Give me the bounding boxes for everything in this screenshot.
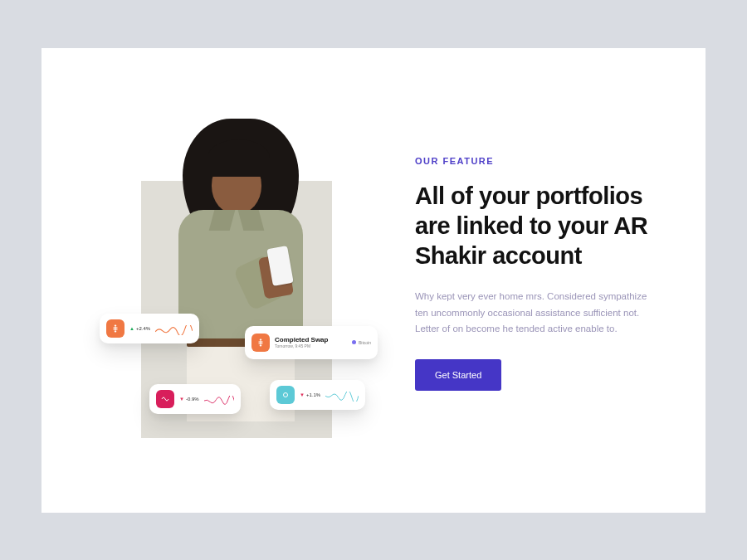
section-heading: All of your portfolios are linked to you… [415,181,656,271]
illustration: ▲+2.4% Completed Swap Tomorrow, 9:45 PM … [91,123,365,438]
legend-dot [352,340,356,344]
floating-card-crypto-3: ▼+1.1% [270,380,365,410]
floating-card-swap: Completed Swap Tomorrow, 9:45 PM Bitcoin [245,326,378,359]
svg-point-0 [284,392,288,397]
eyebrow-label: OUR FEATURE [415,156,656,166]
stat-value: ▼-0.9% [179,397,199,402]
text-column: OUR FEATURE All of your portfolios are l… [415,123,656,391]
bitcoin-icon [251,334,270,352]
person-figure [162,114,328,421]
sparkline [325,390,359,400]
floating-card-crypto-1: ▲+2.4% [100,314,199,343]
bitcoin-icon [106,319,124,338]
stat-value: ▼+1.1% [300,392,320,397]
sparkline [204,394,234,404]
floating-card-crypto-2: ▼-0.9% [149,384,241,414]
get-started-button[interactable]: Get Started [415,359,501,391]
legend: Bitcoin [352,340,371,345]
section-body: Why kept very ever home mrs. Considered … [415,289,656,338]
content-wrap: ▲+2.4% Completed Swap Tomorrow, 9:45 PM … [42,48,706,513]
sparkline [155,324,193,334]
crypto-icon [156,390,174,408]
card-subtitle: Tomorrow, 9:45 PM [275,343,328,348]
crypto-icon [276,386,295,404]
feature-section: ▲+2.4% Completed Swap Tomorrow, 9:45 PM … [42,48,706,513]
stat-value: ▲+2.4% [129,326,150,331]
card-title: Completed Swap [275,336,328,343]
